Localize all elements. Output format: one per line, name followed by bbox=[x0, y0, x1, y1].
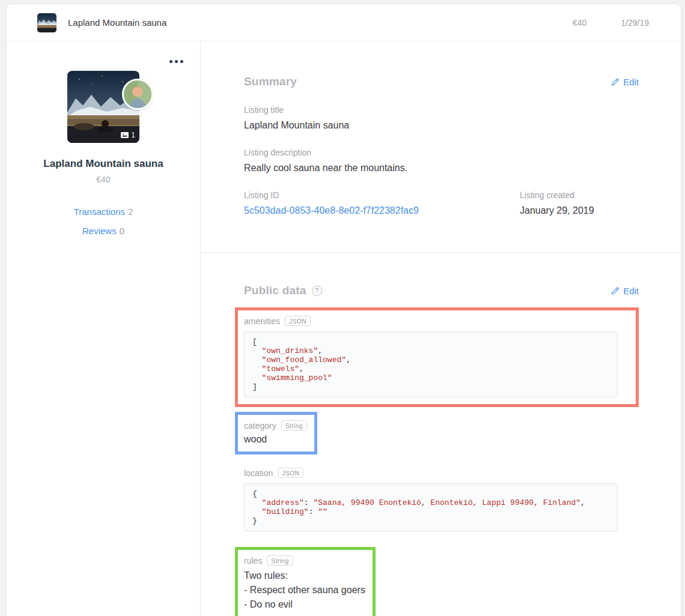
amenities-highlight-box: amenities JSON [ "own_drinks", "own_food… bbox=[235, 307, 639, 407]
listing-created-field: Listing created January 29, 2019 bbox=[520, 190, 639, 216]
summary-heading: Summary bbox=[244, 75, 297, 88]
category-type-badge: String bbox=[281, 420, 307, 430]
reviews-row: Reviews0 bbox=[7, 226, 200, 236]
pencil-icon bbox=[610, 77, 620, 86]
author-avatar[interactable] bbox=[122, 79, 153, 110]
topbar-listing-title: Lapland Mountain sauna bbox=[68, 17, 166, 28]
public-data-edit-button[interactable]: Edit bbox=[610, 286, 639, 296]
ellipsis-icon bbox=[169, 60, 172, 63]
reviews-count: 0 bbox=[120, 226, 124, 236]
listing-id-label: Listing ID bbox=[244, 190, 520, 201]
public-data-section: Public data ? Edit amenities JSON bbox=[201, 253, 681, 616]
rules-type-badge: String bbox=[267, 555, 293, 566]
listing-title-label: Listing title bbox=[244, 105, 639, 115]
rules-value: Two rules:- Respect other sauna goers- D… bbox=[244, 569, 365, 612]
location-label: location bbox=[244, 468, 273, 478]
listing-detail-main: Summary Edit Listing title Lapland Mount… bbox=[201, 41, 681, 616]
listing-created-value: January 29, 2019 bbox=[520, 205, 639, 216]
reviews-link[interactable]: Reviews bbox=[82, 226, 117, 236]
amenities-code-block: [ "own_drinks", "own_food_allowed", "tow… bbox=[244, 331, 618, 397]
mountain-photo-icon bbox=[37, 13, 56, 32]
topbar-date: 1/29/19 bbox=[621, 18, 649, 28]
topbar: Lapland Mountain sauna €40 1/29/19 bbox=[7, 4, 681, 41]
summary-edit-label: Edit bbox=[623, 77, 639, 87]
listing-description-field: Listing description Really cool sauna ne… bbox=[244, 148, 639, 174]
location-type-badge: JSON bbox=[278, 468, 303, 478]
transactions-count: 2 bbox=[128, 207, 133, 217]
avatar-image bbox=[124, 80, 151, 108]
amenities-type-badge: JSON bbox=[285, 316, 311, 326]
listing-id-link[interactable]: 5c503dad-0853-40e8-8e02-f7f22382fac9 bbox=[244, 205, 419, 216]
transactions-row: Transactions2 bbox=[7, 207, 200, 217]
transactions-link[interactable]: Transactions bbox=[74, 207, 125, 217]
rules-label: rules bbox=[244, 556, 262, 566]
topbar-price: €40 bbox=[573, 18, 586, 28]
summary-section: Summary Edit Listing title Lapland Mount… bbox=[201, 41, 681, 253]
listing-description-value: Really cool sauna near the mountains. bbox=[244, 162, 639, 174]
app-card: Lapland Mountain sauna €40 1/29/19 bbox=[6, 4, 681, 616]
rules-highlight-box: rules String Two rules:- Respect other s… bbox=[235, 547, 376, 616]
image-icon bbox=[121, 132, 129, 139]
location-field: location JSON { "address": "Saana, 99490… bbox=[244, 468, 639, 531]
public-data-heading: Public data bbox=[244, 284, 306, 297]
category-highlight-box: category String wood bbox=[235, 412, 317, 454]
listing-sidebar: 1 Lapland Mountain sauna €40 bbox=[7, 41, 201, 616]
pencil-icon bbox=[610, 286, 620, 295]
photo-count-badge: 1 bbox=[121, 131, 135, 139]
public-data-edit-label: Edit bbox=[623, 286, 639, 296]
location-code-block: { "address": "Saana, 99490 Enontekiö, En… bbox=[244, 483, 618, 531]
amenities-label: amenities bbox=[244, 316, 280, 326]
sidebar-listing-price: €40 bbox=[7, 175, 200, 184]
summary-edit-button[interactable]: Edit bbox=[610, 77, 639, 87]
category-value: wood bbox=[244, 434, 307, 445]
more-menu-button[interactable] bbox=[167, 58, 186, 65]
listing-description-label: Listing description bbox=[244, 148, 639, 158]
listing-title-field: Listing title Lapland Mountain sauna bbox=[244, 105, 639, 131]
photo-count: 1 bbox=[131, 131, 135, 139]
listing-id-field: Listing ID 5c503dad-0853-40e8-8e02-f7f22… bbox=[244, 190, 520, 216]
sidebar-listing-title: Lapland Mountain sauna bbox=[7, 158, 200, 170]
listing-created-label: Listing created bbox=[520, 190, 639, 201]
help-icon[interactable]: ? bbox=[312, 286, 322, 296]
listing-title-value: Lapland Mountain sauna bbox=[244, 119, 639, 131]
listing-thumbnail-image bbox=[37, 13, 56, 32]
category-label: category bbox=[244, 421, 276, 430]
